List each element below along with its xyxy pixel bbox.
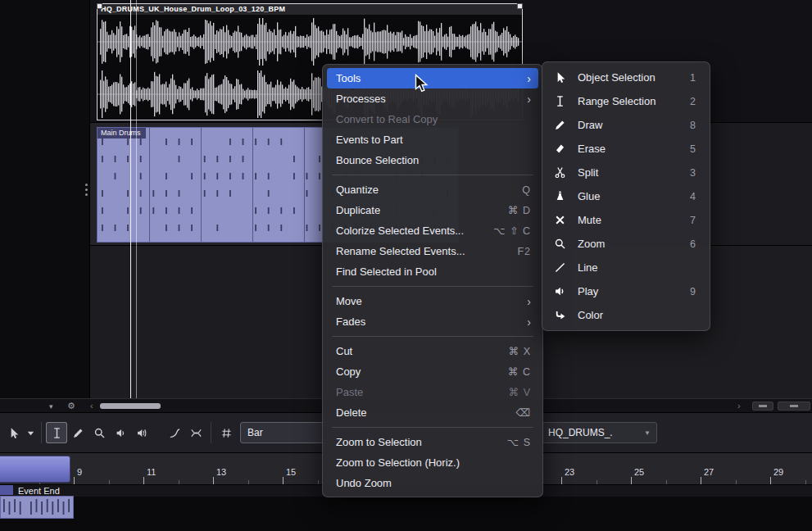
marker-part[interactable]: [0, 456, 70, 483]
menu-separator: [332, 175, 533, 175]
ruler-bar-number: 11: [147, 467, 156, 477]
panel-divider-handle[interactable]: [85, 184, 88, 186]
quantize-preset-value: HQ_DRUMS_.: [548, 427, 613, 438]
scroll-right-icon[interactable]: ›: [737, 400, 741, 412]
tools-submenu-item-play[interactable]: Play9: [547, 279, 705, 303]
menu-item-rename-selected-events[interactable]: Rename Selected Events...F2: [327, 241, 538, 261]
gear-icon[interactable]: ⚙: [67, 400, 75, 412]
menu-item-quantize[interactable]: QuantizeQ: [327, 179, 538, 200]
tool-dropdown-button[interactable]: [24, 422, 37, 443]
menu-item-label: Move: [336, 295, 362, 307]
menu-item-processes[interactable]: Processes›: [327, 88, 538, 109]
tools-submenu-item-erase[interactable]: Erase5: [547, 137, 705, 161]
menu-item-bounce-selection[interactable]: Bounce Selection: [327, 150, 538, 170]
toolbar-separator: [211, 422, 211, 443]
event-resize-handle[interactable]: [97, 3, 102, 9]
toolbar-buttons: [0, 413, 237, 452]
menu-item-label: Paste: [336, 386, 363, 398]
menu-item-shortcut: ⌘ X: [509, 345, 531, 357]
tools-submenu-item-shortcut: 1: [690, 72, 696, 84]
tools-submenu-item-object-selection[interactable]: Object Selection1: [547, 66, 705, 89]
split-icon: [554, 166, 570, 179]
ruler-bar-number: 27: [704, 467, 714, 477]
menu-item-shortcut: ⌘ C: [508, 365, 531, 378]
zoom-slider[interactable]: [778, 402, 810, 411]
crossfade-tool-button[interactable]: [185, 422, 206, 443]
tools-submenu-item-label: Split: [578, 166, 690, 179]
menu-item-find-selected-in-pool[interactable]: Find Selected in Pool: [327, 261, 538, 282]
tools-submenu-item-shortcut: 9: [690, 286, 696, 297]
menu-item-label: Convert to Real Copy: [336, 113, 438, 125]
tools-submenu: Object Selection1Range Selection2Draw8Er…: [542, 61, 710, 331]
tools-submenu-item-color[interactable]: Color: [547, 303, 705, 327]
menu-item-undo-zoom[interactable]: Undo Zoom: [327, 473, 538, 493]
range-selection-tool-button[interactable]: [46, 422, 67, 443]
menu-item-tools[interactable]: Tools›: [327, 68, 538, 88]
tools-submenu-item-line[interactable]: Line: [547, 256, 705, 279]
menu-separator: [332, 336, 533, 337]
tools-submenu-item-shortcut: 8: [690, 120, 696, 131]
ruler-tick: [109, 480, 110, 484]
tools-submenu-item-shortcut: 5: [690, 143, 696, 155]
menu-item-colorize-selected-events[interactable]: Colorize Selected Events...⌥ ⇧ C: [327, 220, 538, 241]
menu-item-fades[interactable]: Fades›: [327, 311, 538, 332]
tools-submenu-item-shortcut: 6: [690, 238, 696, 250]
part-fragment: [0, 485, 13, 495]
tools-submenu-item-label: Range Selection: [578, 95, 690, 107]
menu-item-label: Colorize Selected Events...: [336, 225, 464, 237]
menu-item-shortcut: ⌘ V: [509, 386, 531, 398]
zoom-tool-button[interactable]: [88, 422, 110, 443]
ruler-tick-major: [74, 477, 75, 484]
scrollbar-thumb[interactable]: [100, 403, 161, 409]
menu-item-shortcut: ⌘ D: [508, 204, 531, 216]
line-icon: [554, 261, 570, 274]
tools-submenu-item-split[interactable]: Split3: [547, 161, 705, 184]
menu-item-move[interactable]: Move›: [327, 291, 538, 311]
ruler-tick: [597, 480, 597, 484]
tools-submenu-item-range-selection[interactable]: Range Selection2: [547, 89, 705, 113]
menu-item-label: Copy: [336, 365, 361, 378]
dash-icon: [759, 405, 767, 407]
snap-grid-button[interactable]: [215, 422, 237, 443]
menu-item-label: Zoom to Selection (Horiz.): [336, 456, 460, 469]
tools-submenu-item-mute[interactable]: Mute7: [547, 208, 705, 232]
menu-item-label: Rename Selected Events...: [336, 245, 465, 257]
tools-submenu-item-zoom[interactable]: Zoom6: [547, 232, 705, 256]
scroll-left-icon[interactable]: ‹: [90, 400, 93, 412]
ruler-bar-number: 13: [216, 467, 226, 477]
submenu-chevron-icon: ›: [527, 73, 531, 84]
menu-item-events-to-part[interactable]: Events to Part: [327, 129, 538, 150]
audition-loop-button[interactable]: [131, 422, 152, 443]
ruler-tick-major: [283, 477, 284, 484]
drum-part-overview[interactable]: [0, 496, 74, 519]
chevron-down-icon[interactable]: ▾: [49, 401, 53, 413]
menu-item-label: Processes: [336, 93, 386, 105]
quantize-preset-combo[interactable]: HQ_DRUMS_. ▼: [541, 422, 657, 443]
tools-submenu-item-glue[interactable]: Glue4: [547, 184, 705, 208]
submenu-chevron-icon: ›: [527, 316, 531, 328]
fade-tool-button[interactable]: [164, 422, 185, 443]
draw-tool-button[interactable]: [67, 422, 88, 443]
menu-item-zoom-to-selection[interactable]: Zoom to Selection⌥ S: [327, 432, 538, 452]
tools-submenu-item-shortcut: 7: [690, 215, 696, 226]
menu-item-zoom-to-selection-horiz[interactable]: Zoom to Selection (Horiz.): [327, 452, 538, 473]
menu-item-duplicate[interactable]: Duplicate⌘ D: [327, 200, 538, 220]
tools-submenu-item-draw[interactable]: Draw8: [547, 113, 705, 137]
tools-submenu-item-label: Line: [578, 261, 696, 274]
menu-item-label: Delete: [336, 406, 367, 419]
draw-icon: [554, 119, 570, 131]
menu-item-copy[interactable]: Copy⌘ C: [327, 361, 538, 382]
event-resize-handle[interactable]: [517, 3, 523, 9]
audition-button[interactable]: [110, 422, 131, 443]
object-selection-tool-button[interactable]: [2, 422, 24, 443]
ruler-tick-major: [213, 477, 214, 484]
tools-submenu-item-label: Mute: [578, 214, 690, 226]
menu-item-label: Bounce Selection: [336, 154, 419, 166]
menu-item-shortcut: ⌥ ⇧ C: [493, 225, 531, 237]
menu-item-cut[interactable]: Cut⌘ X: [327, 341, 538, 361]
menu-item-delete[interactable]: Delete⌫: [327, 402, 538, 423]
menu-item-label: Zoom to Selection: [336, 436, 422, 448]
zoom-out-control[interactable]: [752, 402, 773, 411]
tools-submenu-item-label: Zoom: [578, 238, 690, 250]
object-selection-icon: [554, 71, 570, 84]
